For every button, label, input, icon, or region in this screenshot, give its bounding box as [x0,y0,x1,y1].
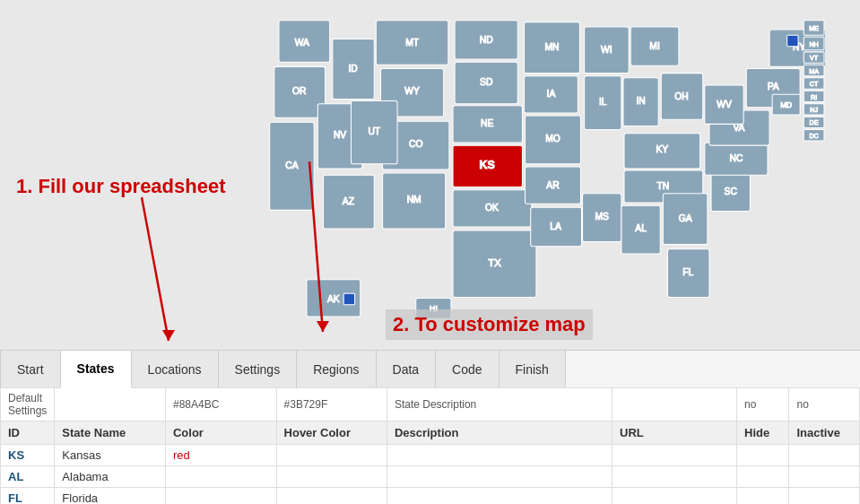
cell-id: FL [1,488,55,505]
cell-url [612,488,737,505]
cell-inactive [789,488,860,505]
tab-data[interactable]: Data [376,351,437,388]
svg-text:IN: IN [636,96,645,106]
svg-text:MN: MN [544,42,559,52]
cell-color: red [165,445,276,466]
cell-description [387,488,612,505]
cell-hide [737,466,789,488]
svg-text:KY: KY [656,144,668,154]
svg-text:ID: ID [348,64,357,74]
header-inactive: Inactive [789,421,860,445]
svg-text:AR: AR [546,180,559,190]
svg-text:WI: WI [601,45,612,55]
cell-url [612,445,737,466]
annotation-step1: 1. Fill our spreadsheet [16,175,226,198]
svg-text:RI: RI [811,93,817,101]
tab-start[interactable]: Start [0,351,61,388]
default-hide: no [737,388,789,421]
cell-color [165,488,276,505]
default-settings-row: Default Settings #88A4BC #3B729F State D… [1,388,860,421]
header-color: Color [165,421,276,445]
tab-states[interactable]: States [60,351,132,388]
svg-text:ME: ME [809,24,819,32]
cell-hide [737,445,789,466]
cell-state-name: Alabama [55,466,166,488]
cell-inactive [789,445,860,466]
svg-text:MI: MI [649,41,659,51]
svg-text:IA: IA [547,89,556,99]
tab-code[interactable]: Code [435,351,499,388]
cell-state-name: Florida [55,488,166,505]
table-row[interactable]: FL Florida [1,488,860,505]
header-hide: Hide [737,421,789,445]
svg-text:VT: VT [810,54,819,62]
svg-text:UT: UT [368,126,380,136]
header-description: Description [387,421,612,445]
tab-finish[interactable]: Finish [499,351,566,388]
svg-text:MO: MO [545,134,560,143]
svg-text:CT: CT [810,80,819,88]
svg-text:CA: CA [285,161,298,170]
svg-text:PA: PA [768,82,779,91]
default-description: State Description [387,388,612,421]
tab-settings[interactable]: Settings [218,351,298,388]
svg-text:LA: LA [550,222,561,231]
arrow-2 [305,161,377,341]
svg-text:SC: SC [725,187,738,196]
svg-text:OH: OH [674,91,688,101]
cell-description [387,466,612,488]
cell-inactive [789,466,860,488]
svg-text:AL: AL [635,223,647,233]
svg-text:MD: MD [780,101,792,109]
cell-id: KS [1,445,55,466]
default-url [612,388,737,421]
table-row[interactable]: KS Kansas red [1,445,860,466]
svg-text:MA: MA [809,67,819,75]
header-state-name: State Name [55,421,166,445]
table-header-row: ID State Name Color Hover Color Descript… [1,421,860,445]
cell-state-name: Kansas [55,445,166,466]
svg-text:TN: TN [656,181,669,191]
svg-text:NH: NH [809,40,818,48]
svg-text:NC: NC [729,153,743,163]
cell-hover-color [276,488,387,505]
svg-text:DE: DE [810,118,819,126]
svg-text:FL: FL [682,267,693,277]
svg-marker-104 [162,330,175,341]
cell-hide [737,488,789,505]
cell-url [612,466,737,488]
header-id: ID [1,421,55,445]
svg-text:WA: WA [295,38,309,48]
svg-text:MS: MS [595,212,609,222]
svg-marker-106 [317,321,329,332]
svg-text:OK: OK [485,203,499,213]
states-table: Default Settings #88A4BC #3B729F State D… [0,387,860,504]
svg-text:CO: CO [409,139,422,149]
svg-text:WY: WY [404,86,420,96]
svg-line-105 [309,161,323,332]
svg-text:TX: TX [488,257,501,268]
table-row[interactable]: AL Alabama [1,466,860,488]
svg-line-103 [142,197,169,341]
svg-text:GA: GA [679,213,692,223]
default-label-cont [55,388,166,421]
map-area: WA OR CA ID NV AZ MT [0,0,860,350]
cell-description [387,445,612,466]
tabs: Start States Locations Settings Regions … [0,351,860,388]
svg-text:MT: MT [405,38,420,48]
svg-text:IL: IL [599,97,607,107]
tab-regions[interactable]: Regions [296,351,376,388]
tabs-container: Start States Locations Settings Regions … [0,350,860,389]
cell-hover-color [276,445,387,466]
default-label: Default Settings [1,388,55,421]
cell-id: AL [1,466,55,488]
annotation-step2: 2. To customize map [386,309,593,340]
svg-text:OR: OR [292,86,306,96]
table-area: Default Settings #88A4BC #3B729F State D… [0,387,860,504]
svg-text:WV: WV [717,100,732,109]
default-inactive: no [789,388,860,421]
svg-text:ND: ND [480,35,493,45]
svg-text:NE: NE [481,118,493,128]
cell-hover-color [276,466,387,488]
arrow-1 [133,197,187,359]
